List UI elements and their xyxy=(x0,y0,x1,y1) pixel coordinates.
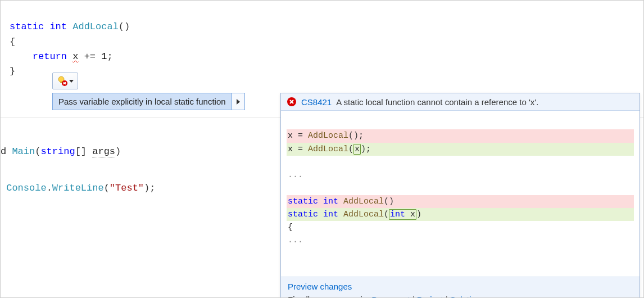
close-paren: ) xyxy=(115,146,121,157)
diff-added-line: static int AddLocal(int x) xyxy=(287,208,634,221)
separator: | xyxy=(410,295,417,298)
preview-changes-link[interactable]: Preview changes xyxy=(288,282,352,291)
method-name: AddLocal xyxy=(72,21,119,32)
string-literal: "Test" xyxy=(110,183,144,193)
separator: | xyxy=(443,295,450,298)
quick-fix-option[interactable]: Pass variable explicitly in local static… xyxy=(52,93,232,110)
fix-all-solution-link[interactable]: Solution xyxy=(450,295,480,298)
brace-close: } xyxy=(10,66,15,76)
keyword-static: static xyxy=(10,21,44,32)
variable-x-error[interactable]: x xyxy=(72,51,78,62)
number-literal: 1 xyxy=(101,51,107,62)
quick-actions-button[interactable] xyxy=(52,73,78,89)
fix-all-project-link[interactable]: Project xyxy=(417,295,443,298)
keyword-return: return xyxy=(33,51,67,62)
error-message: A static local function cannot contain a… xyxy=(336,97,538,107)
diff-added-line: x = AddLocal(x); xyxy=(287,143,634,156)
op: += xyxy=(78,51,101,62)
error-header: CS8421 A static local function cannot co… xyxy=(281,93,640,111)
class-console: Console xyxy=(6,183,46,193)
fix-all-document-link[interactable]: Document xyxy=(371,295,410,298)
diff-removed-line: static int AddLocal() xyxy=(287,195,634,208)
method-writeline: WriteLine xyxy=(52,183,104,193)
error-code-link[interactable]: CS8421 xyxy=(301,97,332,107)
brace-open: { xyxy=(10,37,15,47)
diff-removed-line: x = AddLocal(); xyxy=(287,129,634,142)
method-main: Main xyxy=(12,146,35,157)
diff-inserted-token: x xyxy=(353,144,361,155)
semicolon: ; xyxy=(107,51,112,62)
dropdown-arrow-icon xyxy=(69,80,74,83)
diff-ellipsis: ... xyxy=(287,234,634,247)
open-paren: ( xyxy=(35,146,40,157)
dot: . xyxy=(47,183,52,193)
diff-inserted-token: int x xyxy=(389,209,416,220)
diff-brace: { xyxy=(287,221,634,234)
param-args: args xyxy=(92,146,115,157)
preview-footer: Preview changes Fix all occurrences in: … xyxy=(281,277,640,298)
fix-all-label: Fix all occurrences in: xyxy=(288,295,371,298)
open-paren2: ( xyxy=(104,183,110,193)
lightbulb-error-icon xyxy=(57,76,67,86)
error-icon xyxy=(287,97,297,107)
parens: () xyxy=(119,21,130,32)
quick-fix-expand-button[interactable] xyxy=(232,93,245,110)
quick-fix-menu: Pass variable explicitly in local static… xyxy=(52,93,245,110)
keyword-int: int xyxy=(49,21,67,32)
type-string: string xyxy=(40,146,75,157)
diff-ellipsis: ... xyxy=(287,169,634,182)
code-fix-preview-panel: CS8421 A static local function cannot co… xyxy=(280,93,640,298)
close-paren-semi: ); xyxy=(144,183,155,193)
code-editor[interactable]: static int AddLocal() { return x += 1; } xyxy=(1,1,643,84)
main-prefix: d xyxy=(1,146,12,157)
array-brackets: [] xyxy=(75,146,93,157)
chevron-right-icon xyxy=(237,99,240,105)
diff-preview: x = AddLocal();x = AddLocal(x); ... stat… xyxy=(281,111,640,277)
